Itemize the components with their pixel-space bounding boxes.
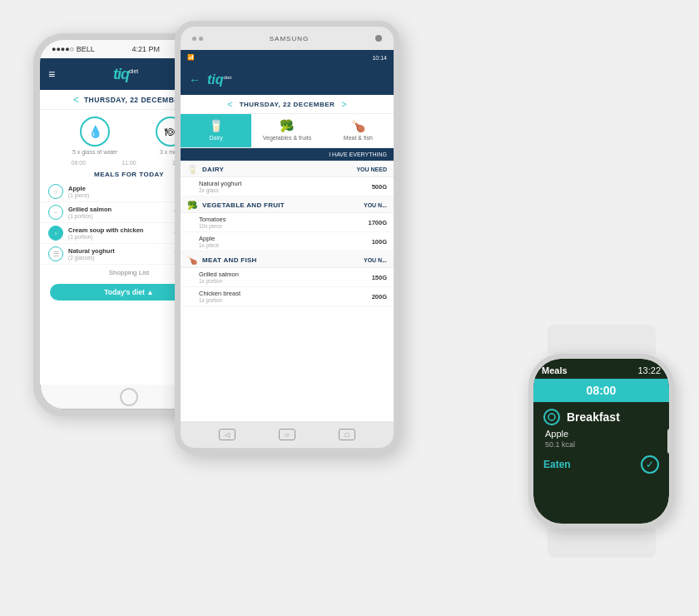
meat-section-header: 🍗 MEAT AND FISH YOU N...: [181, 251, 394, 268]
tab-vegetables[interactable]: 🥦 Vegetables & fruits: [251, 114, 322, 147]
meal-name-1: Grilled salmon: [68, 206, 166, 213]
samsung-device: SAMSUNG 📶 10:14 ← tiqdiet < THURSDAY, 22…: [175, 21, 399, 454]
samsung-back-button[interactable]: ←: [189, 73, 201, 87]
iphone-date: THURSDAY, 22 DECEMBER: [84, 96, 185, 104]
samsung-status-icons: 📶: [187, 54, 195, 61]
samsung-brand: SAMSUNG: [270, 35, 309, 42]
watch-meal-label: Breakfast: [567, 410, 620, 424]
meat-tab-label: Meat & fish: [344, 135, 373, 141]
samsung-camera: [375, 35, 382, 42]
samsung-tabs: 🥛 Dairy 🥦 Vegetables & fruits 🍗 Meat & f…: [181, 114, 394, 148]
samsung-date: THURSDAY, 22 DECEMBER: [240, 101, 335, 108]
dairy-item-0-name: Natural yoghurt: [199, 180, 372, 187]
list-item: Grilled salmon 1x portion 150G: [181, 268, 394, 287]
veg-item-0-qty: 1700G: [368, 219, 387, 226]
tab-dairy[interactable]: 🥛 Dairy: [181, 114, 251, 147]
meal-row-icon-1: ~: [48, 205, 63, 220]
samsung-time: 10:14: [372, 55, 387, 61]
dot-1: [192, 37, 196, 41]
meal-portion-2: (1 portion): [68, 234, 166, 240]
watch-eaten-row: Eaten ✓: [543, 455, 659, 474]
watch-meal-name-row: Breakfast: [543, 409, 659, 425]
prev-date-button[interactable]: <: [73, 94, 79, 106]
list-item: Apple 1x piece 100G: [181, 232, 394, 251]
dairy-section-header: 🥛 DAIRY YOU NEED: [181, 161, 394, 177]
veg-item-1-qty: 100G: [372, 238, 387, 246]
iphone-carrier: ●●●●○ BELL: [52, 45, 95, 53]
water-card: 💧 5 x glass of water: [72, 117, 117, 155]
have-everything-button[interactable]: I HAVE EVERYTHING: [181, 148, 394, 161]
veg-item-1-name: Apple: [199, 235, 372, 242]
dairy-need-label: YOU NEED: [354, 166, 387, 172]
dot-2: [199, 37, 203, 41]
menu-icon[interactable]: ≡: [48, 67, 55, 81]
iphone-logo: tiqdiet: [113, 66, 138, 83]
scene: ●●●●○ BELL 4:21 PM ⚡ ≡ tiqdiet < THURSDA…: [8, 8, 691, 608]
samsung-next-button[interactable]: >: [341, 99, 346, 109]
meat-section-icon: 🍗: [187, 256, 197, 265]
watch-meal-circle-icon: [543, 409, 560, 425]
samsung-prev-button[interactable]: <: [227, 99, 232, 109]
samsung-recent-nav[interactable]: □: [339, 429, 355, 440]
meat-item-1-info: Chicken breast 1x portion: [199, 290, 372, 303]
meal-portion-0: (1 piece): [68, 192, 166, 198]
time-0800: 08:00: [72, 160, 87, 166]
meal-info-0: Apple (1 piece): [68, 185, 166, 198]
veg-item-0-detail: 10x piece: [199, 223, 368, 229]
watch-header: Meals 13:22: [533, 359, 669, 379]
meal-portion-1: (1 portion): [68, 213, 166, 219]
meal-info-1: Grilled salmon (1 portion): [68, 206, 166, 219]
meal-name-2: Cream soup with chicken: [68, 226, 166, 234]
meat-section-title: MEAT AND FISH: [202, 256, 349, 264]
veg-section-icon: 🥦: [187, 201, 197, 210]
watch-body: Breakfast Apple 50.1 kcal Eaten ✓: [533, 402, 669, 480]
meat-tab-icon: 🍗: [351, 119, 365, 132]
dairy-section-icon: 🥛: [187, 165, 197, 174]
watch-device: Meals 13:22 08:00 Breakfast Apple 50.: [528, 354, 674, 529]
watch-crown: [667, 429, 672, 454]
samsung-home-nav[interactable]: ○: [279, 429, 295, 440]
watch-clock: 13:22: [637, 365, 661, 375]
watch-screen: Meals 13:22 08:00 Breakfast Apple 50.: [533, 359, 669, 524]
samsung-bottom: ◁ ○ □: [181, 421, 394, 448]
list-item: Tomatoes 10x piece 1700G: [181, 213, 394, 232]
meat-item-0-detail: 1x portion: [199, 278, 372, 284]
time-1100: 11:00: [121, 160, 136, 166]
meal-portion-3: (2 glasses): [68, 255, 166, 261]
samsung-back-nav[interactable]: ◁: [219, 429, 235, 440]
veg-section-header: 🥦 VEGETABLE AND FRUIT YOU N...: [181, 196, 394, 213]
meal-name-3: Natural yoghurt: [68, 247, 166, 255]
dairy-item-0-detail: 2x glass: [199, 187, 372, 193]
dairy-section-title: DAIRY: [202, 166, 349, 173]
samsung-top: SAMSUNG: [181, 27, 394, 50]
watch-wrapper: Meals 13:22 08:00 Breakfast Apple 50.: [528, 325, 674, 558]
meat-item-0-name: Grilled salmon: [199, 271, 372, 278]
meat-item-1-name: Chicken breast: [199, 290, 372, 297]
veg-item-1-detail: 1x piece: [199, 242, 372, 248]
dairy-item-0-qty: 500G: [372, 183, 387, 191]
watch-meal-time: 08:00: [533, 379, 669, 402]
meal-row-icon-2[interactable]: ›: [48, 226, 63, 241]
veg-item-1-info: Apple 1x piece: [199, 235, 372, 248]
dairy-tab-label: Dairy: [209, 135, 222, 141]
meat-item-1-qty: 200G: [372, 293, 387, 301]
tab-meat[interactable]: 🍗 Meat & fish: [323, 114, 394, 147]
list-item: Natural yoghurt 2x glass 500G: [181, 177, 394, 196]
dairy-tab-icon: 🥛: [209, 119, 223, 132]
samsung-dots: [192, 37, 203, 41]
samsung-logo: tiqdiet: [207, 72, 231, 87]
iphone-home-button[interactable]: [120, 388, 138, 406]
meal-info-2: Cream soup with chicken (1 portion): [68, 226, 166, 240]
watch-check-button[interactable]: ✓: [641, 455, 659, 474]
list-item: Chicken breast 1x portion 200G: [181, 287, 394, 306]
watch-meals-title: Meals: [542, 365, 568, 375]
watch-food-name: Apple: [545, 429, 659, 439]
meal-info-3: Natural yoghurt (2 glasses): [68, 247, 166, 261]
samsung-status-bar: 📶 10:14: [181, 50, 394, 65]
meat-item-1-detail: 1x portion: [199, 297, 372, 303]
iphone-time: 4:21 PM: [132, 45, 161, 53]
meal-row-icon-3: ☰: [48, 246, 63, 261]
meal-name-0: Apple: [68, 185, 166, 192]
veg-tab-icon: 🥦: [280, 119, 294, 132]
meal-row-icon-0: ○: [48, 184, 63, 199]
